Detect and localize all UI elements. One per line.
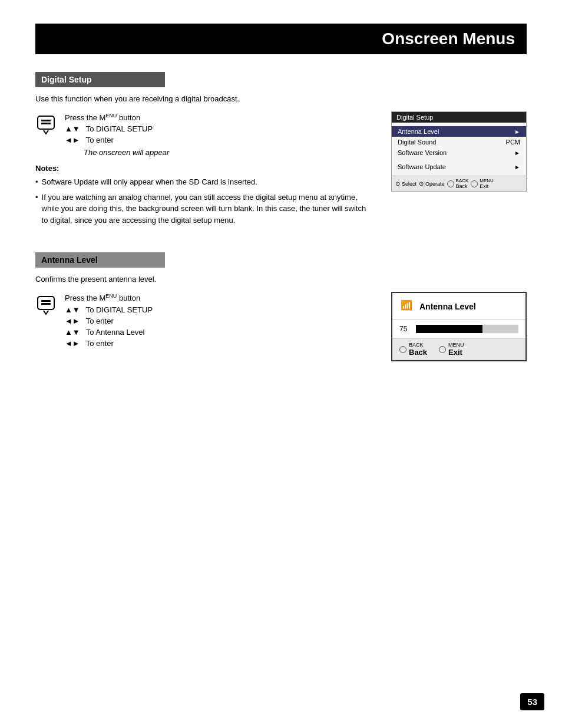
antenna-step-level: ▲▼ To Antenna Level [65, 328, 153, 337]
press-menu-step: Press the MENU button [65, 113, 169, 122]
note-2-text: If you are watching an analog channel, y… [42, 192, 373, 226]
antenna-step2-text: To enter [86, 317, 114, 325]
antenna-press-menu-block: Press the MENU button ▲▼ To DIGITAL SETU… [35, 292, 373, 347]
antenna-level-screenshot: 📶 Antenna Level 75 BACK [391, 292, 527, 361]
antenna-level-header: Antenna Level [35, 252, 165, 268]
antenna-footer-exit: MENU Exit [439, 342, 464, 357]
footer-select: ⊙ Select [395, 180, 416, 187]
antenna-progress-bar-fill [416, 325, 482, 333]
onscreen-italic: The onscreen will appear [84, 148, 169, 157]
antenna-screenshot-title: Antenna Level [419, 302, 476, 311]
digital-setup-description: Use this function when you are receiving… [35, 94, 527, 103]
antenna-steps: Press the MENU button ▲▼ To DIGITAL SETU… [65, 293, 153, 347]
signal-svg: 📶 [399, 298, 414, 312]
press-menu-label: Press the MENU button [65, 113, 140, 122]
antenna-arrow-4: ◄► [65, 339, 80, 348]
notes-section: Notes: • Software Update will only appea… [35, 164, 373, 226]
antenna-screenshot-title-row: 📶 Antenna Level [392, 293, 525, 320]
note-1-text: Software Update will only appear when th… [42, 176, 257, 188]
antenna-step-enter-1: ◄► To enter [65, 317, 153, 325]
screenshot-row-sound: Digital Sound PCM [392, 137, 526, 147]
antenna-press-menu-step: Press the MENU button [65, 293, 153, 302]
notes-title: Notes: [35, 164, 373, 173]
antenna-menu-button-icon [35, 292, 57, 315]
digital-setup-instructions: Press the MENU button ▲▼ To DIGITAL SETU… [35, 111, 373, 232]
antenna-level-description: Confirms the present antenna level. [35, 275, 527, 284]
antenna-level-row: 75 [392, 320, 525, 338]
footer-operate: ⊙ Operate [419, 180, 445, 187]
antenna-step1-text: To DIGITAL SETUP [86, 305, 153, 314]
step-enter-1: ◄► To enter [65, 136, 169, 144]
page-content: Onscreen Menus Digital Setup Use this fu… [0, 0, 562, 417]
svg-rect-4 [41, 300, 51, 302]
antenna-level-body: Press the MENU button ▲▼ To DIGITAL SETU… [35, 292, 527, 361]
digital-setup-screenshot: Digital Setup Antenna Level ► Digital So… [391, 111, 527, 192]
digital-setup-section: Digital Setup Use this function when you… [35, 72, 527, 232]
antenna-step-enter-2: ◄► To enter [65, 339, 153, 348]
antenna-level-instructions: Press the MENU button ▲▼ To DIGITAL SETU… [35, 292, 373, 352]
antenna-step3-text: To Antenna Level [86, 328, 145, 337]
antenna-step-digital: ▲▼ To DIGITAL SETUP [65, 305, 153, 314]
svg-rect-5 [41, 303, 51, 305]
screenshot-row-version: Software Version ► [392, 147, 526, 158]
arrow-up-down-1: ▲▼ [65, 124, 80, 133]
antenna-level-value: 75 [399, 325, 411, 333]
screenshot-body: Antenna Level ► Digital Sound PCM Softwa… [392, 123, 526, 176]
antenna-arrow-3: ▲▼ [65, 328, 80, 337]
antenna-progress-bar-bg [416, 325, 518, 333]
step-enter-1-text: To enter [86, 136, 114, 144]
arrow-left-right-1: ◄► [65, 136, 80, 144]
antenna-arrow-2: ◄► [65, 317, 80, 325]
antenna-step4-text: To enter [86, 339, 114, 348]
digital-setup-steps: Press the MENU button ▲▼ To DIGITAL SETU… [65, 113, 169, 157]
press-menu-block: Press the MENU button ▲▼ To DIGITAL SETU… [35, 111, 373, 157]
screenshot-title: Digital Setup [392, 112, 526, 123]
screenshot-footer: ⊙ Select ⊙ Operate BACKBack MENUExit [392, 176, 526, 191]
note-bullet-1: • [35, 176, 38, 188]
svg-rect-2 [41, 123, 51, 124]
note-2: • If you are watching an analog channel,… [35, 192, 373, 226]
page-title: Onscreen Menus [35, 24, 527, 54]
antenna-arrow-1: ▲▼ [65, 305, 80, 314]
antenna-level-section: Antenna Level Confirms the present anten… [35, 252, 527, 361]
digital-setup-body: Press the MENU button ▲▼ To DIGITAL SETU… [35, 111, 527, 232]
footer-exit: MENUExit [471, 178, 494, 189]
page-number: 53 [520, 693, 544, 710]
step-digital-setup: ▲▼ To DIGITAL SETUP [65, 124, 169, 133]
antenna-press-menu-label: Press the MENU button [65, 293, 140, 302]
svg-rect-1 [41, 120, 51, 121]
digital-setup-header: Digital Setup [35, 72, 165, 87]
step-digital-setup-text: To DIGITAL SETUP [86, 124, 153, 133]
screenshot-row-update: Software Update ► [392, 162, 526, 172]
screenshot-row-antenna: Antenna Level ► [392, 126, 526, 137]
note-bullet-2: • [35, 192, 38, 226]
menu-button-icon [35, 111, 57, 135]
svg-text:📶: 📶 [401, 299, 412, 311]
antenna-footer-back: BACK Back [399, 342, 427, 357]
page-title-text: Onscreen Menus [382, 29, 515, 48]
footer-back: BACKBack [447, 178, 469, 189]
antenna-signal-icon: 📶 [399, 298, 414, 315]
antenna-footer: BACK Back MENU Exit [392, 338, 525, 360]
note-1: • Software Update will only appear when … [35, 176, 373, 188]
